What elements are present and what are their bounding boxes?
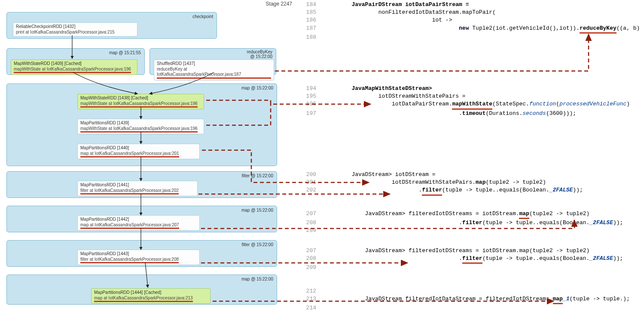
rdd-sub: filter at IotKafkaCassandraSparkProcesso… xyxy=(80,257,197,264)
code-block-2: 194 JavaMapWithStateDStream>195 iotDStre… xyxy=(301,85,630,117)
code-block-4: 207 JavaDStream> filteredIotDStreams = i… xyxy=(301,210,623,235)
block-label: reduceByKey@ 15:22:00 xyxy=(247,49,272,59)
rdd-mws1409: MapWithStateRDD [1409] [Cached] mapWithS… xyxy=(11,59,137,75)
code-block-5: 207 JavaDStream> filteredIotDStreams = i… xyxy=(301,247,623,272)
block-label: map @ 15:22:00 xyxy=(241,277,273,281)
rdd-title: MapPartitionsRDD [1443] xyxy=(80,251,197,257)
rdd-sub: mapWithState at IotKafkaCassandraSparkPr… xyxy=(80,126,201,133)
code-block-6: 212213 JavaDStream filteredIotDataStream… xyxy=(301,287,630,312)
code-block-3: 200 JavaDStream> iotDStream =201 iotDStr… xyxy=(301,171,583,196)
rdd-title: MapPartitionsRDD [1440] xyxy=(80,145,197,151)
rdd-mp1443: MapPartitionsRDD [1443] filter at IotKaf… xyxy=(77,250,200,265)
rdd-mp1440: MapPartitionsRDD [1440] map at IotKafkaC… xyxy=(77,144,200,159)
dag-panel: Stage 2247 checkpoint ReliableCheckpoint… xyxy=(0,0,296,324)
rdd-sub: filter at IotKafkaCassandraSparkProcesso… xyxy=(80,188,195,195)
rdd-mws1438: MapWithStateRDD [1438] [Cached] mapWithS… xyxy=(77,94,204,109)
rdd-checkpoint: ReliableCheckpointRDD [1432] print at Io… xyxy=(13,22,137,37)
rdd-sub: mapWithState at IotKafkaCassandraSparkPr… xyxy=(80,101,201,108)
block-label: filter @ 15:22:00 xyxy=(241,242,273,247)
rdd-title: MapWithStateRDD [1438] [Cached] xyxy=(80,96,201,101)
block-label: map @ 15:22:00 xyxy=(241,86,273,90)
rdd-title: ReliableCheckpointRDD [1432] xyxy=(16,24,134,30)
block-label: filter @ 15:22:00 xyxy=(241,173,273,178)
stage-label: Stage 2247 xyxy=(266,1,292,7)
rdd-shuffled1437: ShuffledRDD [1437] reduceByKey at IotKaf… xyxy=(154,59,274,80)
rdd-sub: print at IotKafkaCassandraSparkProcessor… xyxy=(16,30,134,35)
rdd-mp1439: MapPartitionsRDD [1439] mapWithState at … xyxy=(77,119,204,134)
rdd-title: MapPartitionsRDD [1439] xyxy=(80,120,201,126)
rdd-title: MapPartitionsRDD [1441] xyxy=(80,182,195,188)
block-label: map @ 15:22:00 xyxy=(241,208,273,213)
rdd-title: MapWithStateRDD [1409] [Cached] xyxy=(14,61,134,67)
rdd-sub: map at IotKafkaCassandraSparkProcessor.j… xyxy=(80,151,197,158)
code-block-1: 184 JavaPairDStream iotDataPairStream =1… xyxy=(301,1,644,41)
rdd-sub: map at IotKafkaCassandraSparkProcessor.j… xyxy=(80,222,197,229)
block-label: map @ 15:21:55 xyxy=(109,50,141,55)
rdd-sub: map at IotKafkaCassandraSparkProcessor.j… xyxy=(94,296,208,302)
rdd-sub: reduceByKey at IotKafkaCassandraSparkPro… xyxy=(157,67,271,79)
rdd-sub: mapWithState at IotKafkaCassandraSparkPr… xyxy=(14,67,134,74)
block-label: checkpoint xyxy=(192,14,213,19)
rdd-mp1442: MapPartitionsRDD [1442] map at IotKafkaC… xyxy=(77,215,200,231)
code-panel: 184 JavaPairDStream iotDataPairStream =1… xyxy=(301,0,644,324)
rdd-mp1444: MapPartitionsRDD [1444] [Cached] map at … xyxy=(91,288,211,304)
rdd-title: MapPartitionsRDD [1442] xyxy=(80,217,197,222)
rdd-title: MapPartitionsRDD [1444] [Cached] xyxy=(94,290,208,296)
rdd-mp1441: MapPartitionsRDD [1441] filter at IotKaf… xyxy=(77,181,198,196)
rdd-title: ShuffledRDD [1437] xyxy=(157,61,271,67)
